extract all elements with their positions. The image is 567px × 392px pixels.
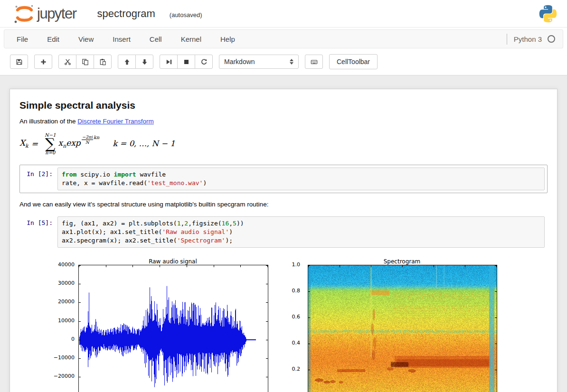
- paste-icon: [99, 58, 106, 65]
- toolbar: Markdown CellToolbar: [0, 50, 567, 75]
- notebook-container: Simple spectral analysis An illustration…: [9, 89, 558, 392]
- menu-insert[interactable]: Insert: [103, 35, 140, 43]
- refresh-icon: [200, 58, 208, 65]
- page-title: Simple spectral analysis: [19, 100, 548, 111]
- celltoolbar-label: CellToolbar: [337, 58, 370, 65]
- command-palette-button[interactable]: [305, 55, 323, 69]
- markdown-cell-text[interactable]: And we can easily view it's spectral str…: [19, 201, 548, 208]
- header: jupyter spectrogram (autosaved): [0, 0, 567, 28]
- menu-cell[interactable]: Cell: [140, 35, 171, 43]
- spectrogram-plot: [308, 265, 497, 392]
- menubar-inner: File Edit View Insert Cell Kernel Help P…: [4, 29, 563, 48]
- markdown-cell-heading[interactable]: Simple spectral analysis An illustration…: [19, 100, 548, 155]
- intro-paragraph: An illustration of the Discrete Fourier …: [19, 118, 548, 125]
- menu-help[interactable]: Help: [211, 35, 245, 43]
- cell-type-dropdown[interactable]: Markdown: [219, 55, 299, 69]
- code-cell-2[interactable]: In [5]: fig, (ax1, ax2) = plt.subplots(1…: [19, 214, 548, 251]
- run-cell-button[interactable]: [160, 55, 178, 69]
- jupyter-logo[interactable]: jupyter: [13, 3, 76, 24]
- celltoolbar-button[interactable]: CellToolbar: [329, 54, 378, 69]
- save-icon: [16, 58, 23, 65]
- plus-icon: [40, 58, 47, 65]
- save-button[interactable]: [10, 55, 28, 69]
- dft-formula: Xk = N−1 ∑ n=0 xnexp −2πiN kn k = 0, …, …: [19, 132, 548, 155]
- spectrogram-plot-title: Spectrogram: [308, 258, 496, 265]
- interrupt-kernel-button[interactable]: [177, 55, 195, 69]
- move-cell-down-button[interactable]: [135, 55, 153, 69]
- output-area: Raw audio signal 40000 30000 20000 10000…: [19, 256, 548, 392]
- jupyter-logo-icon: [13, 3, 35, 24]
- arrow-down-icon: [141, 58, 148, 65]
- scissors-icon: [64, 58, 71, 65]
- autosave-status: (autosaved): [170, 11, 202, 19]
- cut-button[interactable]: [58, 55, 76, 69]
- dropdown-arrows-icon: [290, 59, 293, 65]
- kernel-idle-icon: [548, 35, 555, 43]
- code-input[interactable]: fig, (ax1, ax2) = plt.subplots(1,2,figsi…: [57, 216, 545, 248]
- waveform-plot-canvas: [79, 265, 268, 392]
- code-input[interactable]: from scipy.io import wavfilerate, x = wa…: [57, 168, 545, 190]
- dft-link[interactable]: Discrete Fourier Transform: [77, 118, 154, 125]
- code-cell-1[interactable]: In [2]: from scipy.io import wavfilerate…: [19, 165, 548, 193]
- kernel-indicator: Python 3: [507, 34, 556, 45]
- restart-kernel-button[interactable]: [195, 55, 213, 69]
- copy-icon: [82, 58, 89, 65]
- spectrogram-y-axis: 1.0 0.8 0.6 0.4 0.2 0.0: [274, 256, 302, 392]
- paste-button[interactable]: [94, 55, 112, 69]
- stop-icon: [183, 58, 190, 65]
- menu-view[interactable]: View: [69, 35, 103, 43]
- notebook-title[interactable]: spectrogram: [97, 8, 155, 20]
- spectrogram-plot-canvas: [308, 265, 497, 392]
- menubar: File Edit View Insert Cell Kernel Help P…: [0, 28, 567, 50]
- jupyter-wordmark: jupyter: [37, 5, 76, 22]
- menu-kernel[interactable]: Kernel: [171, 35, 211, 43]
- step-forward-icon: [165, 58, 172, 65]
- menu-edit[interactable]: Edit: [38, 35, 69, 43]
- add-cell-button[interactable]: [34, 55, 52, 69]
- keyboard-icon: [311, 58, 318, 65]
- waveform-plot-title: Raw audio signal: [78, 258, 267, 265]
- input-prompt: In [2]:: [22, 168, 53, 190]
- python-logo-icon: [538, 3, 558, 26]
- waveform-plot: [78, 265, 268, 392]
- jupyter-notebook-app: { "header": { "logo_text": "jupyter", "n…: [0, 0, 567, 392]
- copy-button[interactable]: [76, 55, 94, 69]
- move-cell-up-button[interactable]: [118, 55, 136, 69]
- kernel-name: Python 3: [507, 34, 546, 45]
- menu-file[interactable]: File: [11, 35, 38, 43]
- waveform-y-axis: 40000 30000 20000 10000 0 −10000 −20000 …: [47, 256, 76, 392]
- input-prompt: In [5]:: [22, 216, 53, 248]
- arrow-up-icon: [123, 58, 131, 65]
- cell-type-selected: Markdown: [224, 58, 255, 65]
